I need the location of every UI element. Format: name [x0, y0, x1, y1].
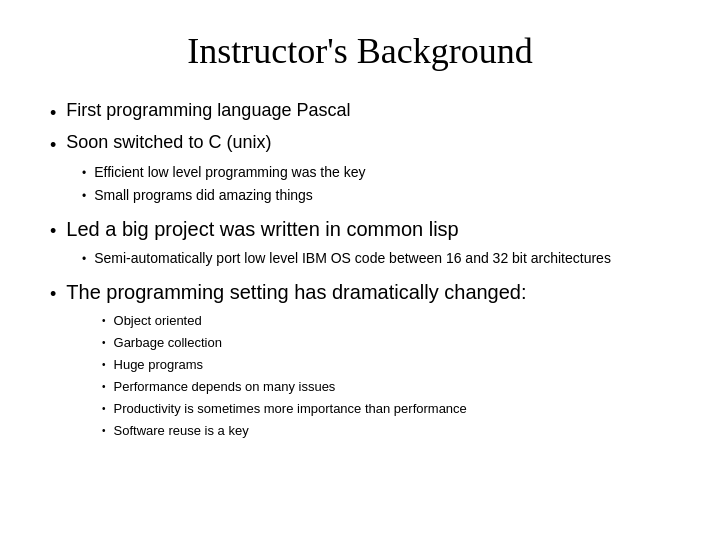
bullet-text: First programming language Pascal	[66, 100, 350, 121]
bullet-text: The programming setting has dramatically…	[66, 281, 526, 304]
bullet-text: Efficient low level programming was the …	[94, 164, 365, 180]
list-item: • Performance depends on many issues	[102, 379, 670, 394]
bullet-text: Productivity is sometimes more importanc…	[114, 401, 467, 416]
bullet-text: Semi-automatically port low level IBM OS…	[94, 250, 611, 266]
list-item: • Software reuse is a key	[102, 423, 670, 438]
list-item: • Object oriented	[102, 313, 670, 328]
content-area: • First programming language Pascal • So…	[50, 100, 670, 439]
bullet-marker: •	[102, 425, 106, 436]
bullet-marker: •	[102, 403, 106, 414]
slide: Instructor's Background • First programm…	[0, 0, 720, 540]
bullet-text: Soon switched to C (unix)	[66, 132, 271, 153]
bullet-text: Garbage collection	[114, 335, 222, 350]
list-item: • Semi-automatically port low level IBM …	[82, 250, 670, 266]
list-item: • Efficient low level programming was th…	[82, 164, 670, 180]
list-item: • Huge programs	[102, 357, 670, 372]
slide-title: Instructor's Background	[50, 30, 670, 72]
bullet-marker: •	[50, 103, 56, 124]
bullet-text: Led a big project was written in common …	[66, 218, 458, 241]
list-item: • First programming language Pascal	[50, 100, 670, 124]
list-item: • Led a big project was written in commo…	[50, 218, 670, 242]
bullet-marker: •	[102, 359, 106, 370]
list-item: • Garbage collection	[102, 335, 670, 350]
bullet-marker: •	[82, 166, 86, 180]
list-item: • The programming setting has dramatical…	[50, 281, 670, 305]
bullet-marker: •	[50, 221, 56, 242]
list-item: • Productivity is sometimes more importa…	[102, 401, 670, 416]
bullet-marker: •	[82, 189, 86, 203]
bullet-text: Object oriented	[114, 313, 202, 328]
bullet-marker: •	[50, 284, 56, 305]
bullet-text: Software reuse is a key	[114, 423, 249, 438]
bullet-text: Huge programs	[114, 357, 204, 372]
bullet-marker: •	[50, 135, 56, 156]
list-item: • Soon switched to C (unix)	[50, 132, 670, 156]
bullet-marker: •	[102, 337, 106, 348]
bullet-marker: •	[102, 315, 106, 326]
bullet-marker: •	[82, 252, 86, 266]
bullet-text: Performance depends on many issues	[114, 379, 336, 394]
bullet-marker: •	[102, 381, 106, 392]
list-item: • Small programs did amazing things	[82, 187, 670, 203]
bullet-text: Small programs did amazing things	[94, 187, 313, 203]
